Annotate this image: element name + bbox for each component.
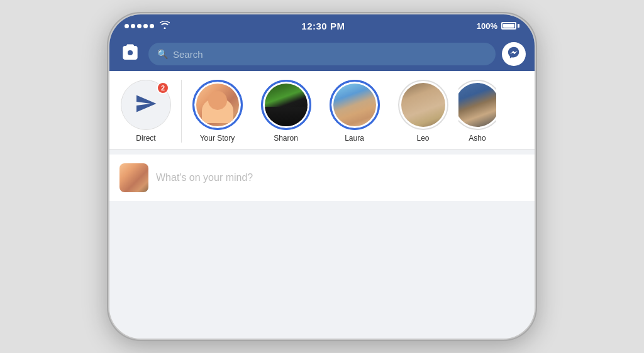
battery-tip xyxy=(518,24,519,28)
phone-frame: 12:30 PM 100% 🔍 Search xyxy=(108,13,536,340)
laura-label: Laura xyxy=(345,134,364,143)
signal-dot-3 xyxy=(137,24,142,28)
signal-dots xyxy=(125,24,154,28)
direct-label: Direct xyxy=(136,134,155,143)
search-icon: 🔍 xyxy=(157,49,168,59)
messenger-icon xyxy=(507,46,521,62)
ash-avatar xyxy=(458,83,496,127)
content-area: 2 Direct Your Story Sharon xyxy=(109,71,535,339)
direct-plane-icon xyxy=(135,92,157,117)
battery-percentage: 100% xyxy=(477,21,497,31)
sharon-avatar xyxy=(265,84,308,126)
ash-avatar-wrapper xyxy=(458,80,496,130)
nav-bar: 🔍 Search xyxy=(109,37,535,71)
search-placeholder: Search xyxy=(173,49,203,60)
laura-avatar xyxy=(333,84,376,126)
story-item-leo[interactable]: Leo xyxy=(390,80,456,143)
signal-dot-4 xyxy=(143,24,148,28)
your-story-label: Your Story xyxy=(200,134,235,143)
post-composer[interactable]: What's on your mind? xyxy=(109,155,535,201)
stories-row: 2 Direct Your Story Sharon xyxy=(109,71,535,149)
composer-avatar-image xyxy=(119,163,148,192)
composer-avatar xyxy=(119,163,148,192)
direct-badge: 2 xyxy=(157,82,169,94)
status-right: 100% xyxy=(477,21,519,31)
ash-label: Asho xyxy=(469,134,486,143)
search-bar[interactable]: 🔍 Search xyxy=(148,43,496,65)
sharon-avatar-wrapper xyxy=(261,80,311,130)
signal-dot-1 xyxy=(125,24,129,28)
camera-icon xyxy=(121,44,139,64)
battery-fill xyxy=(503,24,514,28)
sharon-label: Sharon xyxy=(274,134,298,143)
story-item-laura[interactable]: Laura xyxy=(321,80,387,143)
story-item-ash[interactable]: Asho xyxy=(458,80,496,143)
your-story-avatar xyxy=(196,84,239,126)
story-item-sharon[interactable]: Sharon xyxy=(253,80,319,143)
laura-avatar-wrapper xyxy=(330,80,380,130)
camera-button[interactable] xyxy=(118,42,142,66)
composer-placeholder[interactable]: What's on your mind? xyxy=(156,172,525,183)
signal-dot-2 xyxy=(131,24,135,28)
story-item-your-story[interactable]: Your Story xyxy=(184,80,250,143)
signal-dot-5 xyxy=(150,24,154,28)
your-story-avatar-wrapper xyxy=(192,80,243,130)
status-bar: 12:30 PM 100% xyxy=(109,14,535,37)
battery-icon xyxy=(501,22,519,30)
battery-body xyxy=(501,22,516,30)
leo-label: Leo xyxy=(416,134,429,143)
status-time: 12:30 PM xyxy=(301,21,345,31)
wifi-icon xyxy=(160,21,170,31)
leo-avatar xyxy=(401,83,445,127)
direct-circle: 2 xyxy=(121,80,171,130)
messenger-button[interactable] xyxy=(502,42,526,66)
status-left xyxy=(125,21,170,31)
leo-avatar-wrapper xyxy=(398,80,448,130)
story-item-direct[interactable]: 2 Direct xyxy=(116,80,182,143)
